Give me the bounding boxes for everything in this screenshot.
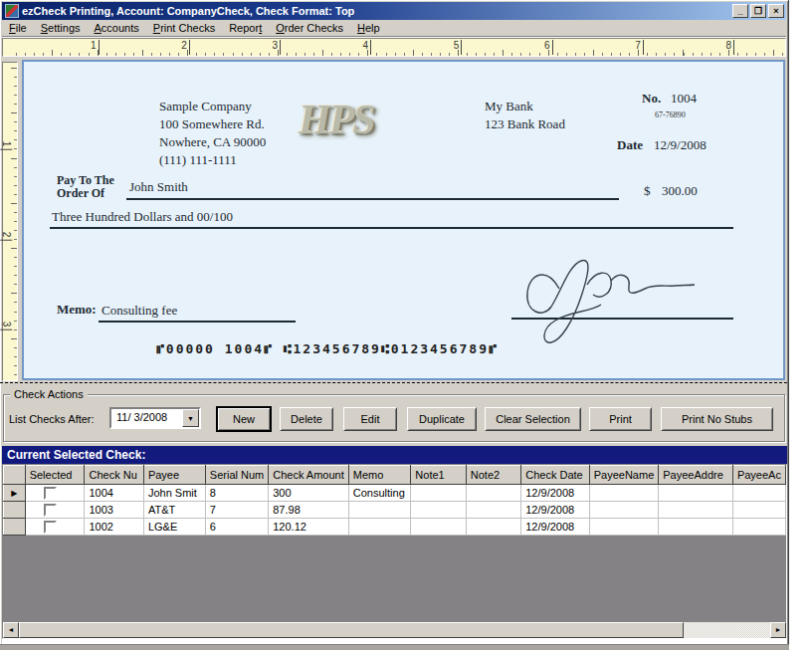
column-header-check-date[interactable]: Check Date [521,466,589,485]
menu-item-order-checks[interactable]: Order Checks [269,20,350,36]
grid-cell[interactable]: John Smit [143,485,205,502]
grid-cell[interactable]: LG&E [143,519,205,536]
bank-fraction-number: 67-76890 [655,110,686,119]
vruler-number: 3 [1,322,12,327]
minimize-button[interactable]: _ [732,4,748,18]
grid-cell[interactable]: 120.12 [269,519,349,536]
checks-table: SelectedCheck NuPayeeSerial NumCheck Amo… [3,465,786,536]
dollar-sign: $ [644,183,651,199]
grid-cell[interactable]: 1004 [85,485,143,502]
new-button[interactable]: New [217,407,271,431]
vruler-number: 1 [1,141,12,147]
page-boundary-dashes [0,382,787,383]
grid-cell[interactable]: 8 [205,485,268,502]
grid-cell[interactable] [732,502,785,519]
combobox-dropdown-button[interactable]: ▼ [182,409,199,427]
grid-cell[interactable]: Consulting [348,485,411,502]
edit-button[interactable]: Edit [343,407,397,431]
grid-cell[interactable]: 12/9/2008 [521,485,589,502]
grid-cell[interactable] [659,502,733,519]
menu-item-file[interactable]: File [2,20,34,36]
grid-cell[interactable] [589,485,659,502]
micr-line: ⑈00000 1004⑈ ⑆123456789⑆0123456789⑈ [156,341,499,356]
column-header-payeeac[interactable]: PayeeAc [732,466,785,485]
row-selector[interactable] [4,502,26,519]
restore-button[interactable]: ❐ [750,4,766,18]
grid-cell[interactable]: 6 [205,519,268,536]
bank-address-block: My Bank 123 Bank Road [485,98,565,133]
grid-cell[interactable] [348,502,411,519]
grid-cell[interactable] [466,519,520,536]
selected-cell [25,519,85,536]
print-no-stubs-button[interactable]: Print No Stubs [661,407,773,431]
scroll-left-button[interactable]: ◄ [3,622,19,638]
grid-cell[interactable] [411,519,466,536]
column-header-note1[interactable]: Note1 [411,466,466,485]
duplicate-button[interactable]: Duplicate [407,407,477,431]
current-row-marker[interactable]: ▶ [4,485,26,502]
check-preview[interactable]: Sample Company 100 Somewhere Rd. Nowhere… [22,60,785,380]
app-icon [5,4,19,18]
delete-button[interactable]: Delete [280,407,333,431]
grid-cell[interactable]: 12/9/2008 [521,502,589,519]
column-header-check-nu[interactable]: Check Nu [85,466,143,485]
list-checks-after-label: List Checks After: [9,413,95,425]
selected-checkbox[interactable] [44,521,57,534]
table-row: ▶1004John Smit8300Consulting12/9/2008 [4,485,786,502]
app-window: ezCheck Printing, Account: CompanyCheck,… [0,0,789,650]
grid-cell[interactable]: 12/9/2008 [521,519,589,536]
grid-cell[interactable] [466,485,520,502]
window-bottom-edge [0,644,789,650]
grid-cell[interactable] [411,502,466,519]
grid-cell[interactable]: 1002 [85,519,143,536]
selected-checkbox[interactable] [44,504,57,517]
list-checks-after-combobox[interactable]: 11/ 3/2008 ▼ [109,407,201,429]
date-value: 12/9/2008 [654,137,707,153]
grid-cell[interactable] [732,519,785,536]
grid-cell[interactable] [659,519,733,536]
grid-cell[interactable] [659,485,733,502]
combobox-value: 11/ 3/2008 [116,411,167,423]
grid-cell[interactable] [589,502,659,519]
column-header-payeeaddre[interactable]: PayeeAddre [659,466,733,485]
check-number-value: 1004 [671,91,697,107]
scrollbar-thumb[interactable] [19,622,684,638]
company-logo: HPS [299,96,374,143]
grid-cell[interactable] [348,519,411,536]
grid-cell[interactable]: AT&T [143,502,205,519]
clear-selection-button[interactable]: Clear Selection [485,407,581,431]
column-header-memo[interactable]: Memo [348,466,411,485]
memo-label: Memo: [57,302,97,318]
column-header-check-amount[interactable]: Check Amount [269,466,349,485]
column-header-payee[interactable]: Payee [143,466,205,485]
close-button[interactable]: × [768,4,784,18]
menu-item-help[interactable]: Help [350,20,387,36]
scroll-right-button[interactable]: ► [770,622,786,638]
menu-item-settings[interactable]: Settings [34,20,88,36]
grid-cell[interactable]: 300 [269,485,349,502]
payee-underline [126,198,619,200]
grid-cell[interactable] [732,485,785,502]
menu-item-report[interactable]: Report [222,20,269,36]
column-header-selected[interactable]: Selected [25,466,85,485]
table-row: 1003AT&T787.9812/9/2008 [4,502,786,519]
amount-in-words: Three Hundred Dollars and 00/100 [52,209,233,225]
row-selector[interactable] [4,519,26,536]
grid-cell[interactable] [411,485,466,502]
selected-checkbox[interactable] [44,487,57,500]
company-address-block: Sample Company 100 Somewhere Rd. Nowhere… [159,98,266,169]
column-header-note2[interactable]: Note2 [466,466,520,485]
grid-cell[interactable]: 87.98 [269,502,349,519]
print-button[interactable]: Print [589,407,652,431]
grid-cell[interactable] [466,502,520,519]
grid-cell[interactable]: 1003 [85,502,143,519]
horizontal-scrollbar[interactable]: ◄ ► [3,622,786,638]
hruler-number: 8 [725,40,731,51]
grid-cell[interactable] [589,519,659,536]
grid-cell[interactable]: 7 [205,502,268,519]
menu-item-print-checks[interactable]: Print Checks [146,20,222,36]
column-header-payeename[interactable]: PayeeName [589,466,659,485]
current-selected-check-banner: Current Selected Check: [2,446,787,464]
menu-item-accounts[interactable]: Accounts [88,20,146,36]
column-header-serial-num[interactable]: Serial Num [205,466,268,485]
